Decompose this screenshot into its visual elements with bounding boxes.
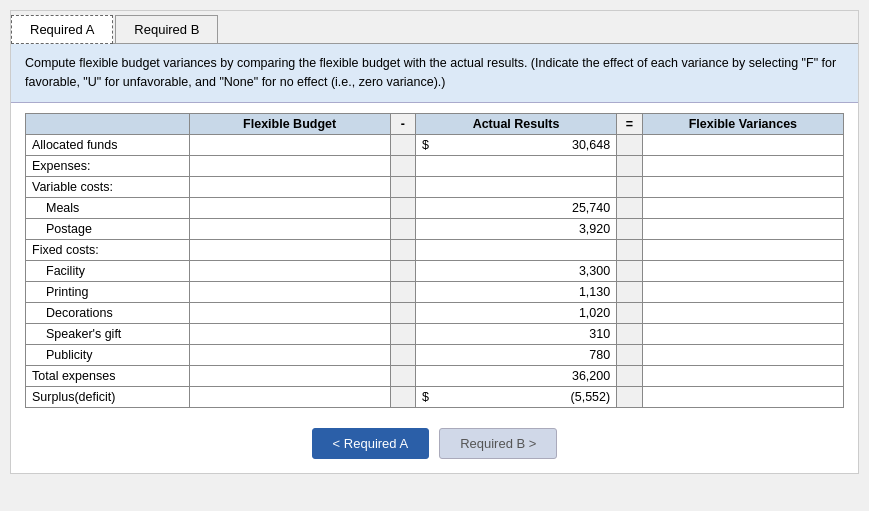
actual-results-value: 25,740 — [415, 197, 616, 218]
next-button[interactable]: Required B > — [439, 428, 557, 459]
minus-operator — [390, 344, 415, 365]
flexible-budget-input-cell[interactable] — [189, 260, 390, 281]
flexible-variance-input-cell[interactable] — [642, 155, 843, 176]
actual-results-value: 1,020 — [415, 302, 616, 323]
flexible-budget-input-cell[interactable] — [189, 365, 390, 386]
table-row: Allocated funds$30,648 — [26, 134, 844, 155]
flexible-budget-input-cell[interactable] — [189, 197, 390, 218]
flexible-variance-input-cell[interactable] — [642, 218, 843, 239]
flexible-budget-input[interactable] — [190, 136, 390, 154]
flexible-variance-input-cell[interactable] — [642, 260, 843, 281]
actual-results-value: 36,200 — [415, 365, 616, 386]
table-row: Speaker's gift310 — [26, 323, 844, 344]
col-header-label — [26, 113, 190, 134]
flexible-budget-input[interactable] — [190, 262, 390, 280]
flexible-budget-input-cell[interactable] — [189, 386, 390, 407]
flexible-variance-input-cell[interactable] — [642, 386, 843, 407]
flexible-variance-input[interactable] — [643, 325, 843, 343]
row-label: Meals — [26, 197, 190, 218]
flexible-budget-input[interactable] — [190, 241, 390, 259]
flexible-budget-input[interactable] — [190, 388, 390, 406]
flexible-budget-input-cell[interactable] — [189, 155, 390, 176]
flexible-budget-input-cell[interactable] — [189, 176, 390, 197]
flexible-budget-input[interactable] — [190, 178, 390, 196]
minus-operator — [390, 218, 415, 239]
flexible-variance-input[interactable] — [643, 157, 843, 175]
equals-operator — [617, 155, 643, 176]
minus-operator — [390, 155, 415, 176]
flexible-variance-input-cell[interactable] — [642, 302, 843, 323]
flexible-variance-input[interactable] — [643, 241, 843, 259]
col-header-flexible: Flexible Budget — [189, 113, 390, 134]
row-label: Speaker's gift — [26, 323, 190, 344]
flexible-variance-input-cell[interactable] — [642, 239, 843, 260]
flexible-variance-input[interactable] — [643, 136, 843, 154]
actual-results-value — [415, 239, 616, 260]
minus-operator — [390, 365, 415, 386]
flexible-budget-input[interactable] — [190, 346, 390, 364]
flexible-variance-input-cell[interactable] — [642, 323, 843, 344]
tab-required-a-label: Required A — [30, 22, 94, 37]
flexible-variance-input[interactable] — [643, 346, 843, 364]
flexible-budget-input-cell[interactable] — [189, 323, 390, 344]
flexible-budget-input-cell[interactable] — [189, 302, 390, 323]
flexible-budget-input-cell[interactable] — [189, 281, 390, 302]
col-header-variance: Flexible Variances — [642, 113, 843, 134]
actual-results-value — [415, 155, 616, 176]
equals-operator — [617, 218, 643, 239]
equals-operator — [617, 281, 643, 302]
flexible-variance-input-cell[interactable] — [642, 281, 843, 302]
tab-required-a[interactable]: Required A — [11, 15, 113, 44]
flexible-budget-input-cell[interactable] — [189, 134, 390, 155]
table-wrap: Flexible Budget - Actual Results = Flexi… — [11, 103, 858, 418]
flexible-variance-input[interactable] — [643, 283, 843, 301]
minus-operator — [390, 197, 415, 218]
row-label: Postage — [26, 218, 190, 239]
equals-operator — [617, 386, 643, 407]
row-label: Facility — [26, 260, 190, 281]
table-row: Variable costs: — [26, 176, 844, 197]
equals-operator — [617, 176, 643, 197]
flexible-budget-input-cell[interactable] — [189, 218, 390, 239]
flexible-variance-input[interactable] — [643, 199, 843, 217]
equals-operator — [617, 323, 643, 344]
flexible-variance-input[interactable] — [643, 388, 843, 406]
row-label: Surplus(deficit) — [26, 386, 190, 407]
flexible-budget-input-cell[interactable] — [189, 344, 390, 365]
flexible-variance-input-cell[interactable] — [642, 197, 843, 218]
main-container: Required A Required B Compute flexible b… — [10, 10, 859, 474]
flexible-budget-input-cell[interactable] — [189, 239, 390, 260]
flexible-variance-input-cell[interactable] — [642, 365, 843, 386]
row-label: Printing — [26, 281, 190, 302]
col-header-minus: - — [390, 113, 415, 134]
row-label: Expenses: — [26, 155, 190, 176]
tab-required-b[interactable]: Required B — [115, 15, 218, 43]
flexible-variance-input[interactable] — [643, 304, 843, 322]
actual-results-value: 3,300 — [415, 260, 616, 281]
flexible-variance-input-cell[interactable] — [642, 176, 843, 197]
equals-operator — [617, 239, 643, 260]
table-row: Printing1,130 — [26, 281, 844, 302]
budget-table: Flexible Budget - Actual Results = Flexi… — [25, 113, 844, 408]
flexible-variance-input[interactable] — [643, 178, 843, 196]
row-label: Total expenses — [26, 365, 190, 386]
minus-operator — [390, 239, 415, 260]
flexible-budget-input[interactable] — [190, 283, 390, 301]
flexible-variance-input[interactable] — [643, 367, 843, 385]
flexible-variance-input[interactable] — [643, 220, 843, 238]
flexible-variance-input-cell[interactable] — [642, 344, 843, 365]
flexible-variance-input-cell[interactable] — [642, 134, 843, 155]
flexible-budget-input[interactable] — [190, 325, 390, 343]
flexible-budget-input[interactable] — [190, 304, 390, 322]
flexible-budget-input[interactable] — [190, 199, 390, 217]
flexible-budget-input[interactable] — [190, 367, 390, 385]
prev-button[interactable]: < Required A — [312, 428, 430, 459]
minus-operator — [390, 323, 415, 344]
flexible-budget-input[interactable] — [190, 157, 390, 175]
flexible-variance-input[interactable] — [643, 262, 843, 280]
row-label: Allocated funds — [26, 134, 190, 155]
nav-buttons: < Required A Required B > — [11, 418, 858, 473]
table-row: Fixed costs: — [26, 239, 844, 260]
tab-required-b-label: Required B — [134, 22, 199, 37]
flexible-budget-input[interactable] — [190, 220, 390, 238]
